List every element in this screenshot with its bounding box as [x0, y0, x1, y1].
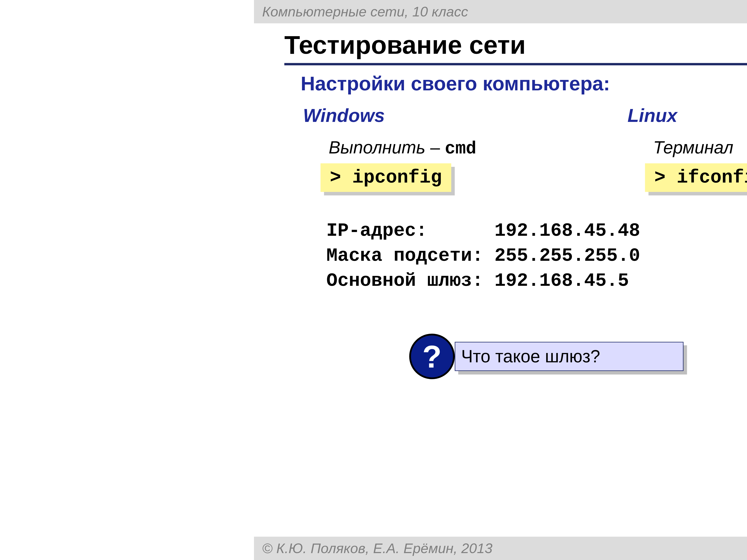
header-bar: Компьютерные сети, 10 класс 52: [254, 0, 747, 23]
windows-run-dash: –: [430, 138, 445, 157]
slide: Компьютерные сети, 10 класс 52 Тестирова…: [254, 0, 747, 560]
windows-command-text: > ipconfig: [320, 163, 451, 192]
footer-copyright: © К.Ю. Поляков, Е.А. Ерёмин, 2013: [262, 540, 492, 557]
windows-run-line: Выполнить – cmd: [329, 138, 476, 159]
question-icon: ?: [409, 334, 455, 379]
title-block: Тестирование сети: [284, 30, 526, 63]
network-info: IP-адрес: 192.168.45.48 Маска подсети: 2…: [327, 218, 640, 294]
mask-label: Маска подсети:: [327, 245, 494, 267]
course-label: Компьютерные сети, 10 класс: [262, 4, 747, 20]
linux-run-line: Терминал: [653, 138, 733, 158]
gateway-value: 192.168.45.5: [494, 270, 629, 292]
linux-command-box: > ifconfig: [645, 163, 747, 192]
linux-heading: Linux: [627, 105, 677, 127]
title-underline: [284, 63, 747, 65]
subtitle: Настройки своего компьютера:: [301, 73, 610, 95]
linux-run-label: Терминал: [653, 138, 733, 157]
footer-bar: © К.Ю. Поляков, Е.А. Ерёмин, 2013 http:/…: [254, 537, 747, 560]
slide-title: Тестирование сети: [284, 30, 526, 63]
callout-text: Что такое шлюз?: [461, 346, 600, 366]
windows-run-prefix: Выполнить: [329, 138, 430, 157]
linux-command-text: > ifconfig: [645, 163, 747, 192]
windows-heading: Windows: [303, 105, 385, 127]
windows-run-cmd: cmd: [445, 139, 476, 159]
ip-label: IP-адрес:: [327, 220, 494, 242]
mask-value: 255.255.255.0: [494, 245, 640, 267]
windows-command-box: > ipconfig: [320, 163, 451, 192]
gateway-label: Основной шлюз:: [327, 270, 494, 292]
callout-box: Что такое шлюз?: [455, 342, 684, 371]
ip-value: 192.168.45.48: [494, 220, 640, 242]
